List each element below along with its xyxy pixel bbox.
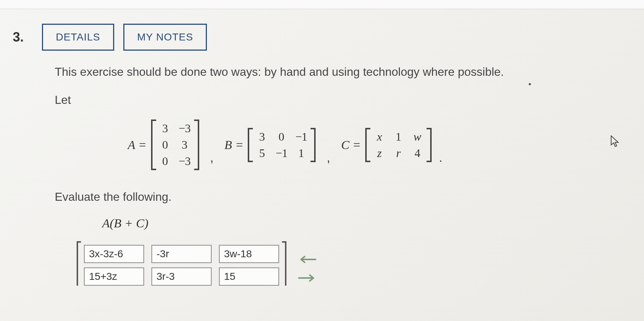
matrix-a-grid: 3 −3 0 3 0 −3 [156,120,194,170]
answer-input-r0c0[interactable] [84,245,144,263]
matrix-b-cell: 0 [275,130,287,144]
answer-input-r0c1[interactable] [151,245,212,263]
separator-comma: , [210,150,213,170]
question-header: 3. DETAILS MY NOTES [13,24,622,51]
answer-input-r1c1[interactable] [151,267,212,286]
matrix-b-cell: 3 [257,130,267,144]
expression-text: A(B + C) [102,216,622,230]
let-text: Let [55,93,622,107]
matrix-b-cell: −1 [295,130,307,144]
left-bracket-icon [248,128,253,162]
matrix-c-cell: z [374,146,385,160]
matrix-b-cell: 1 [295,146,307,160]
arrow-right-icon [298,274,316,282]
right-bracket-icon [311,128,316,162]
matrix-c-cell: r [393,146,404,160]
cursor-icon [610,135,620,149]
dot-annotation [529,83,531,85]
answer-input-r0c2[interactable] [219,245,279,263]
details-button[interactable]: DETAILS [42,24,114,51]
matrix-a-bracket: 3 −3 0 3 0 −3 [151,120,199,170]
matrix-a-cell: 0 [160,138,171,152]
terminal-period: . [439,150,442,170]
instruction-text: This exercise should be done two ways: b… [55,65,622,79]
matrix-c-grid: x 1 w z r 4 [370,128,427,162]
answer-left-bracket-icon [77,241,81,286]
matrix-c-label: C = [341,138,361,152]
question-container: 3. DETAILS MY NOTES This exercise should… [5,13,633,297]
matrix-b-label: B = [224,138,243,152]
right-bracket-icon [194,120,199,170]
question-content: This exercise should be done two ways: b… [55,65,622,286]
answer-matrix-container [77,241,622,286]
evaluate-text: Evaluate the following. [55,190,622,204]
top-border-strip [0,0,644,9]
matrix-a-cell: −3 [179,122,190,135]
arrow-left-icon [298,255,316,264]
matrix-b-cell: 5 [257,146,267,160]
question-number: 3. [13,30,24,45]
arrow-right-button[interactable] [297,273,317,286]
matrix-c-cell: x [374,130,385,144]
matrix-b-bracket: 3 0 −1 5 −1 1 [248,128,316,162]
right-bracket-icon [427,128,432,162]
matrix-c-definition: C = x 1 w z r 4 [341,128,432,162]
matrix-a-definition: A = 3 −3 0 3 0 −3 [128,120,199,170]
matrix-c-cell: w [412,130,423,144]
matrix-a-cell: 0 [160,154,171,168]
answer-matrix [77,241,286,286]
answer-right-bracket-icon [282,241,286,286]
matrix-b-cell: −1 [275,146,287,160]
left-bracket-icon [151,120,156,170]
matrix-a-cell: −3 [179,154,190,168]
answer-grid [84,241,279,286]
matrix-c-bracket: x 1 w z r 4 [365,128,432,162]
answer-input-r1c0[interactable] [84,267,144,286]
arrow-left-button[interactable] [297,254,317,267]
matrix-c-cell: 4 [412,146,423,160]
matrix-a-label: A = [128,138,147,152]
matrix-a-cell: 3 [179,138,190,152]
matrix-nav-arrows [297,241,317,286]
matrix-c-cell: 1 [393,130,404,144]
matrix-b-grid: 3 0 −1 5 −1 1 [253,128,311,162]
left-bracket-icon [365,128,370,162]
answer-input-r1c2[interactable] [219,267,279,286]
my-notes-button[interactable]: MY NOTES [123,24,207,51]
matrix-definitions: A = 3 −3 0 3 0 −3 , B = [128,120,622,170]
matrix-b-definition: B = 3 0 −1 5 −1 1 [224,128,316,162]
separator-comma: , [327,150,330,170]
matrix-a-cell: 3 [160,122,171,135]
